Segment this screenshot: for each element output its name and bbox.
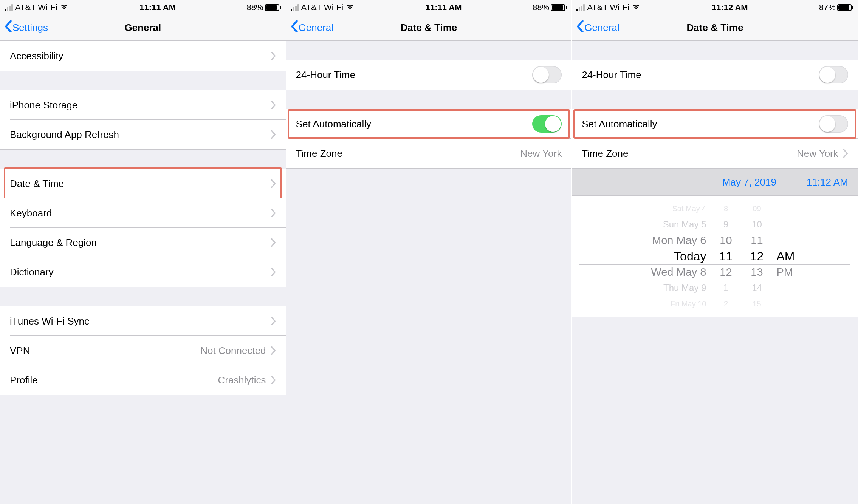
cellular-signal-icon [291,4,299,11]
row-label: Keyboard [10,207,271,219]
picker-option: 2 [724,296,728,312]
date-time-picker[interactable]: Sat May 4 Sun May 5 Mon May 6 Today Wed … [572,196,858,317]
row-itunes-wifi-sync[interactable]: iTunes Wi-Fi Sync [0,306,286,336]
battery-icon [837,4,853,11]
cellular-signal-icon [5,4,13,11]
row-value: Not Connected [200,345,266,357]
battery-icon [551,4,567,11]
back-label: Settings [12,22,48,34]
picker-option: 10 [720,232,732,248]
row-label: Time Zone [296,148,520,159]
picker-option: 8 [724,201,728,216]
toggle-set-automatically[interactable] [819,115,848,133]
chevron-right-icon [271,268,276,276]
picker-option-selected: 11 [719,248,733,264]
row-background-app-refresh[interactable]: Background App Refresh [0,120,286,149]
status-bar: AT&T Wi-Fi 11:12 AM 87% [572,0,858,15]
status-time: 11:11 AM [139,3,176,12]
row-dictionary[interactable]: Dictionary [0,257,286,287]
chevron-left-icon [576,20,584,35]
row-label: Time Zone [582,148,797,159]
picker-minute-column[interactable]: 09 10 11 12 13 14 15 [745,199,768,313]
row-label: Set Automatically [296,118,533,130]
row-date-time[interactable]: Date & Time [0,169,286,198]
row-accessibility[interactable]: Accessibility [0,41,286,71]
current-date-label: May 7, 2019 [722,176,776,188]
row-label: Date & Time [10,178,271,190]
row-label: Profile [10,374,218,386]
picker-option: Fri May 10 [671,296,706,312]
row-value: New York [520,148,562,159]
chevron-right-icon [271,317,276,325]
row-iphone-storage[interactable]: iPhone Storage [0,90,286,120]
screen-date-time-auto-off: AT&T Wi-Fi 11:12 AM 87% General Date & [572,0,858,504]
picker-option: Wed May 8 [651,264,706,280]
chevron-right-icon [271,101,276,109]
picker-option: 14 [752,280,762,296]
cellular-signal-icon [576,4,585,11]
row-value: New York [797,148,838,159]
back-button[interactable]: General [576,20,619,35]
battery-icon [265,4,281,11]
back-label: General [299,22,334,34]
status-bar: AT&T Wi-Fi 11:11 AM 88% [0,0,286,15]
chevron-right-icon [271,130,276,139]
picker-option: Sun May 5 [663,216,706,232]
battery-percentage: 87% [819,3,836,12]
row-label: Set Automatically [582,118,819,130]
picker-option: Thu May 9 [663,280,706,296]
row-label: 24-Hour Time [582,69,819,81]
row-label: VPN [10,345,200,357]
row-profile[interactable]: Profile Crashlytics [0,365,286,395]
navigation-bar: Settings General [0,15,286,41]
battery-percentage: 88% [533,3,549,12]
navigation-bar: General Date & Time [572,15,858,41]
chevron-right-icon [271,376,276,384]
picker-date-column[interactable]: Sat May 4 Sun May 5 Mon May 6 Today Wed … [630,199,706,313]
chevron-left-icon [5,20,12,35]
picker-option-selected: Today [674,248,706,264]
picker-option: 13 [751,264,763,280]
wifi-icon [632,2,641,13]
chevron-right-icon [271,346,276,355]
picker-option: Sat May 4 [672,201,706,216]
status-bar: AT&T Wi-Fi 11:11 AM 88% [286,0,572,15]
row-label: Dictionary [10,266,271,278]
back-label: General [584,22,619,34]
picker-option: 15 [753,296,761,312]
carrier-label: AT&T Wi-Fi [587,3,629,12]
row-label: Language & Region [10,237,271,249]
picker-option: 9 [723,216,728,232]
row-label: Accessibility [10,50,271,62]
back-button[interactable]: Settings [5,20,48,35]
row-label: iPhone Storage [10,99,271,111]
screen-general-settings: AT&T Wi-Fi 11:11 AM 88% Settings Genera [0,0,286,504]
chevron-right-icon [843,149,848,158]
chevron-left-icon [291,20,298,35]
row-time-zone[interactable]: Time Zone New York [572,139,858,168]
row-set-automatically: Set Automatically [286,109,572,139]
status-time: 11:12 AM [712,3,748,12]
chevron-right-icon [271,179,276,188]
carrier-label: AT&T Wi-Fi [15,3,57,12]
row-keyboard[interactable]: Keyboard [0,198,286,228]
toggle-24-hour-time[interactable] [532,66,562,83]
picker-hour-column[interactable]: 8 9 10 11 12 1 2 [714,199,737,313]
battery-percentage: 88% [247,3,263,12]
chevron-right-icon [271,238,276,247]
chevron-right-icon [271,209,276,217]
toggle-set-automatically[interactable] [532,115,562,133]
row-24-hour-time: 24-Hour Time [572,60,858,90]
toggle-24-hour-time[interactable] [819,66,848,83]
row-time-zone[interactable]: Time Zone New York [286,139,572,168]
page-title: Date & Time [400,22,457,34]
page-title: Date & Time [687,22,743,34]
picker-ampm-column[interactable]: . . . AM PM . . [776,199,799,313]
picker-option: 1 [723,280,728,296]
back-button[interactable]: General [291,20,334,35]
date-time-display-row[interactable]: May 7, 2019 11:12 AM [572,169,858,196]
row-language-region[interactable]: Language & Region [0,228,286,257]
current-time-label: 11:12 AM [807,176,848,188]
row-value: Crashlytics [218,374,266,386]
row-vpn[interactable]: VPN Not Connected [0,336,286,365]
